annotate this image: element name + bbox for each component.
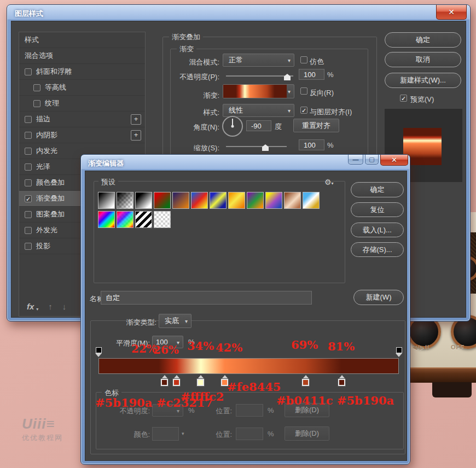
preview-checkbox[interactable]: ✓	[400, 95, 407, 102]
expand-plus-icon[interactable]: +	[131, 114, 141, 125]
align-with-layer-checkbox[interactable]: ✓	[300, 107, 307, 114]
opacity-stop-100[interactable]	[396, 347, 403, 357]
gradient-preset-13[interactable]	[98, 211, 115, 228]
color-stop-22[interactable]	[161, 375, 169, 386]
gradient-preset-8[interactable]	[228, 192, 245, 209]
move-down-icon[interactable]: ↓	[62, 302, 67, 311]
style-checkbox[interactable]	[25, 148, 32, 155]
maximize-button[interactable]: ▢	[365, 155, 379, 165]
sidebar-item-inner-shadow[interactable]: 内阴影+	[19, 127, 145, 143]
close-button[interactable]: ✕	[436, 5, 467, 20]
sidebar-item-bevel-emboss[interactable]: 斜面和浮雕	[19, 64, 145, 80]
gradient-picker[interactable]: ▾	[223, 84, 294, 98]
new-button[interactable]: 新建(W)	[353, 290, 404, 305]
gradient-preset-6[interactable]	[191, 192, 208, 209]
sidebar-item-styles[interactable]: 样式	[19, 32, 145, 48]
style-checkbox[interactable]	[33, 84, 40, 91]
gradient-preset-4[interactable]	[154, 192, 171, 209]
sidebar-item-texture[interactable]: 纹理	[19, 96, 145, 112]
ok-button[interactable]: 确定	[351, 182, 404, 197]
style-select[interactable]: 线性 ▾	[223, 104, 294, 117]
check-icon: ✓	[301, 107, 306, 114]
sidebar-item-label: 外发光	[36, 225, 57, 235]
cancel-button[interactable]: 取消	[385, 52, 461, 67]
sidebar-item-contour[interactable]: 等高线	[19, 80, 145, 96]
gradient-preset-15[interactable]	[135, 211, 152, 228]
color-stop-34[interactable]	[197, 375, 205, 386]
sidebar-item-label: 内发光	[36, 146, 57, 156]
color-stop-arrow-icon	[222, 375, 228, 379]
gradient-preset-16[interactable]	[154, 211, 171, 228]
load-button[interactable]: 载入(L)...	[351, 223, 404, 237]
opacity-stop-chip	[96, 347, 102, 353]
gradient-type-value: 实底	[165, 316, 179, 326]
color-stop-69[interactable]	[302, 375, 310, 386]
gradient-preset-14[interactable]	[117, 211, 133, 228]
close-button[interactable]: ✕	[380, 155, 408, 166]
color-stop-chip	[302, 379, 309, 386]
gradient-preset-5[interactable]	[172, 192, 189, 209]
angle-input[interactable]: -90	[246, 120, 271, 131]
gradient-group-title: 渐变	[177, 44, 196, 54]
annotation-text: 34%	[187, 339, 214, 353]
scale-input[interactable]: 100	[299, 139, 324, 150]
gradient-preset-1[interactable]	[98, 192, 115, 209]
style-checkbox[interactable]	[25, 227, 32, 234]
new-style-button[interactable]: 新建样式(W)...	[385, 73, 461, 88]
opacity-input[interactable]: 100	[299, 69, 324, 80]
style-checkbox[interactable]: ✓	[25, 195, 32, 202]
style-checkbox[interactable]	[25, 243, 32, 250]
sidebar-item-label: 样式	[25, 35, 39, 45]
expand-plus-icon[interactable]: +	[131, 130, 141, 141]
presets-menu-button[interactable]: ⚙▾	[324, 178, 334, 186]
scale-slider[interactable]	[226, 146, 287, 147]
ok-button[interactable]: 确定	[385, 32, 461, 48]
sidebar-item-blending-options[interactable]: 混合选项	[19, 48, 145, 64]
style-checkbox[interactable]	[25, 116, 32, 123]
gradient-preset-12[interactable]	[303, 192, 320, 209]
opacity-slider[interactable]	[226, 75, 293, 77]
layer-style-footer-toolbar: fx▾ ↑ ↓	[27, 301, 66, 312]
gradient-preset-3[interactable]	[135, 192, 152, 209]
layer-style-title: 图层样式	[15, 9, 43, 19]
save-button[interactable]: 存储(S)...	[351, 242, 404, 257]
blend-mode-value: 正常	[229, 55, 243, 65]
chevron-down-icon: ▾	[185, 318, 188, 324]
color-stop-81[interactable]	[338, 375, 346, 386]
blend-mode-select[interactable]: 正常 ▾	[223, 54, 294, 67]
name-input[interactable]: 自定	[101, 291, 312, 305]
blend-mode-label: 混合模式:	[171, 57, 219, 67]
fx-icon[interactable]: fx	[27, 302, 34, 311]
style-checkbox[interactable]	[25, 179, 32, 186]
gradient-edit-bar[interactable]	[98, 358, 399, 374]
dither-checkbox[interactable]	[300, 56, 307, 63]
reverse-checkbox[interactable]	[300, 87, 307, 95]
gradient-type-select[interactable]: 实底 ▾	[159, 314, 191, 328]
fx-caret-icon: ▾	[36, 307, 38, 312]
desktop-background: ◀/▶|| OFF Uiii≡ 优优教程网 图层样式 ✕ 样式混合选项斜面和浮雕…	[0, 0, 476, 468]
gradient-preset-10[interactable]	[265, 192, 282, 209]
reset-button[interactable]: 复位	[351, 202, 404, 217]
sidebar-item-label: 描边	[36, 114, 50, 124]
stop-position-percent2: %	[268, 430, 274, 438]
color-stop-chip	[197, 379, 204, 386]
gradient-preset-2[interactable]	[117, 192, 133, 209]
reset-align-button[interactable]: 重置对齐	[293, 119, 339, 132]
sidebar-item-label: 纹理	[45, 98, 59, 108]
angle-label: 角度(N):	[171, 122, 219, 132]
opacity-stop-0[interactable]	[95, 347, 102, 357]
color-stop-26[interactable]	[173, 375, 181, 386]
gradient-preset-9[interactable]	[247, 192, 264, 209]
angle-dial[interactable]	[222, 116, 243, 137]
gradient-preset-7[interactable]	[210, 192, 227, 209]
opacity-percent: %	[327, 71, 334, 79]
style-checkbox[interactable]	[25, 163, 32, 171]
style-checkbox[interactable]	[25, 211, 32, 218]
style-checkbox[interactable]	[33, 100, 40, 107]
style-checkbox[interactable]	[25, 68, 32, 75]
minimize-button[interactable]: —	[348, 155, 363, 165]
sidebar-item-stroke[interactable]: 描边+	[19, 112, 145, 127]
style-checkbox[interactable]	[25, 132, 32, 139]
move-up-icon[interactable]: ↑	[48, 302, 53, 311]
gradient-preset-11[interactable]	[284, 192, 301, 209]
